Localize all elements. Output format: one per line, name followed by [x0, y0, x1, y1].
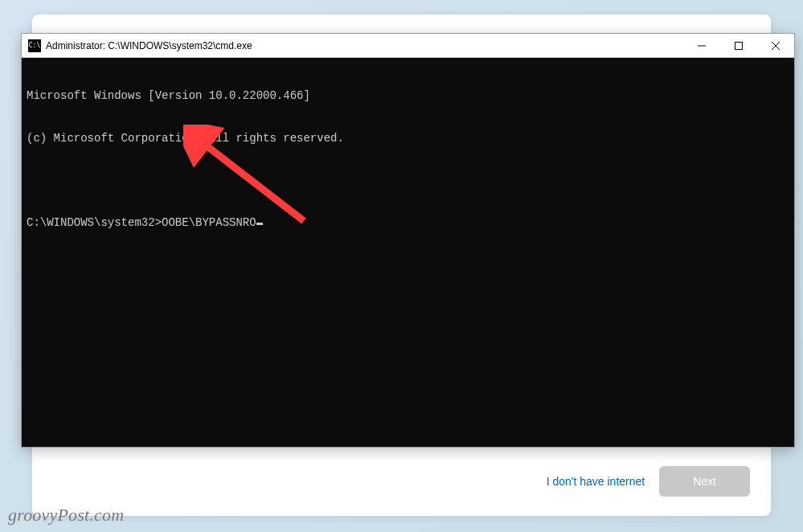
watermark: groovyPost.com — [8, 505, 124, 526]
no-internet-link[interactable]: I don't have internet — [547, 475, 645, 488]
cmd-cursor — [256, 223, 263, 225]
close-icon — [772, 42, 780, 50]
maximize-icon — [735, 42, 743, 50]
cmd-blank-line — [27, 174, 789, 188]
close-button[interactable] — [757, 34, 794, 57]
window-controls — [683, 34, 794, 57]
cmd-output-line: Microsoft Windows [Version 10.0.22000.46… — [27, 89, 789, 104]
cmd-titlebar[interactable]: C:\ Administrator: C:\WINDOWS\system32\c… — [22, 34, 794, 58]
cmd-prompt-line: C:\WINDOWS\system32>OOBE\BYPASSNRO — [27, 216, 789, 231]
cmd-output-line: (c) Microsoft Corporation. All rights re… — [27, 132, 789, 146]
maximize-button[interactable] — [720, 34, 757, 57]
minimize-icon — [698, 42, 706, 50]
cmd-icon: C:\ — [28, 39, 41, 52]
cmd-window-title: Administrator: C:\WINDOWS\system32\cmd.e… — [46, 40, 683, 51]
cmd-body[interactable]: Microsoft Windows [Version 10.0.22000.46… — [22, 58, 794, 447]
cmd-prompt: C:\WINDOWS\system32> — [27, 216, 162, 229]
svg-rect-1 — [735, 42, 743, 49]
next-button[interactable]: Next — [659, 466, 750, 497]
minimize-button[interactable] — [683, 34, 720, 57]
oobe-footer: I don't have internet Next — [48, 466, 755, 500]
cmd-window: C:\ Administrator: C:\WINDOWS\system32\c… — [21, 33, 795, 448]
cmd-typed-command: OOBE\BYPASSNRO — [162, 216, 256, 229]
